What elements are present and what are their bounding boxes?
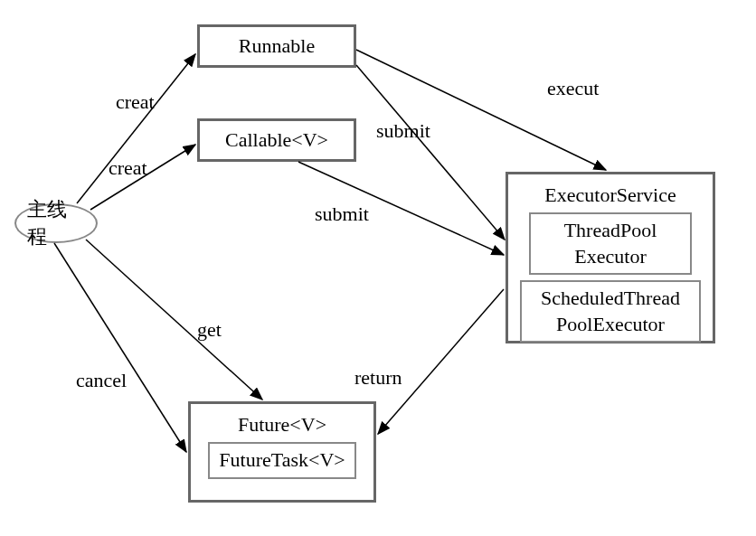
future-task-node: FutureTask<V> bbox=[208, 442, 355, 479]
edge-creat2-label: creat bbox=[109, 156, 147, 180]
edge-submit2-label: submit bbox=[315, 202, 369, 226]
future-node: Future<V> FutureTask<V> bbox=[188, 401, 376, 503]
edge-submit-runnable bbox=[356, 65, 505, 240]
scheduled-threadpool-label: ScheduledThreadPoolExecutor bbox=[541, 287, 680, 335]
threadpool-executor-label: ThreadPoolExecutor bbox=[564, 219, 657, 268]
edge-return-label: return bbox=[354, 366, 402, 390]
edge-cancel-label: cancel bbox=[76, 369, 127, 392]
edge-get-label: get bbox=[197, 318, 222, 342]
edge-cancel bbox=[54, 243, 186, 452]
edge-execut-label: execut bbox=[547, 77, 599, 100]
edge-creat1 bbox=[77, 54, 195, 203]
scheduled-threadpool-node: ScheduledThreadPoolExecutor bbox=[520, 280, 701, 343]
future-label: Future<V> bbox=[238, 413, 326, 437]
executor-service-node: ExecutorService ThreadPoolExecutor Sched… bbox=[506, 172, 715, 343]
edge-execut bbox=[356, 50, 606, 170]
edge-creat1-label: creat bbox=[116, 90, 155, 114]
edge-submit1-label: submit bbox=[376, 119, 430, 143]
executor-service-label: ExecutorService bbox=[544, 183, 676, 207]
future-task-label: FutureTask<V> bbox=[219, 448, 345, 471]
callable-label: Callable<V> bbox=[225, 128, 328, 152]
runnable-node: Runnable bbox=[197, 24, 356, 68]
threadpool-executor-node: ThreadPoolExecutor bbox=[529, 212, 692, 275]
edge-return bbox=[378, 289, 504, 434]
main-thread-node: 主线程 bbox=[14, 203, 98, 243]
main-thread-label: 主线程 bbox=[27, 196, 85, 250]
callable-node: Callable<V> bbox=[197, 118, 356, 162]
runnable-label: Runnable bbox=[239, 34, 315, 58]
